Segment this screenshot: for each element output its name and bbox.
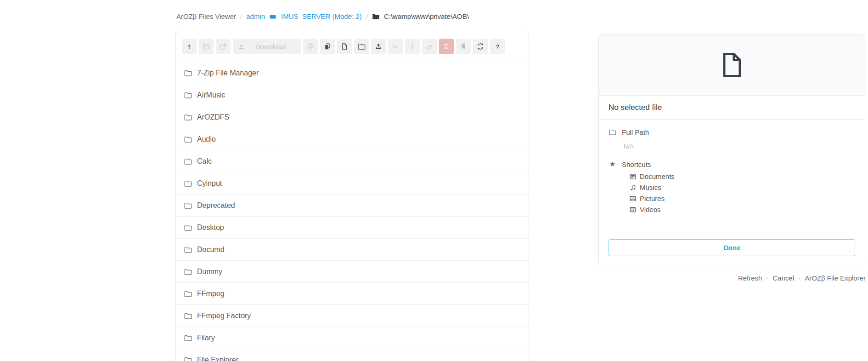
breadcrumb-separator: / xyxy=(366,12,368,20)
file-name: ArOZDFS xyxy=(197,113,229,121)
folder-icon xyxy=(184,313,192,319)
folder-icon xyxy=(184,357,192,361)
file-list-item[interactable]: FFmpeg xyxy=(176,283,529,305)
dot-separator: · xyxy=(766,274,768,282)
cancel-link[interactable]: Cancel xyxy=(772,274,794,282)
new-file-button[interactable] xyxy=(337,39,352,54)
file-list-item[interactable]: Deprecated xyxy=(176,195,529,217)
file-list-item[interactable]: Audio xyxy=(176,128,529,150)
file-name: Filary xyxy=(197,334,215,342)
delete-button[interactable] xyxy=(439,39,454,54)
shortcut-musics[interactable]: Musics xyxy=(630,183,855,191)
file-list-item[interactable]: FFmpeg Factory xyxy=(176,305,529,327)
folder-icon xyxy=(184,70,192,76)
documents-icon xyxy=(630,173,636,180)
file-name: Audio xyxy=(197,135,216,143)
current-path: C:\wamp\www\private\AOB\ xyxy=(384,12,469,20)
rename-button[interactable] xyxy=(405,39,420,54)
toolbar: Download xyxy=(176,31,529,62)
new-file-icon xyxy=(341,43,348,50)
folder-icon xyxy=(184,202,192,209)
arrow-up-icon xyxy=(186,43,193,50)
navigate-up-button[interactable] xyxy=(182,39,197,54)
trash-icon xyxy=(443,43,450,50)
file-name: 7-Zip File Manager xyxy=(197,69,259,77)
file-list-item[interactable]: Dummy xyxy=(176,261,529,283)
full-path-row: Full Path xyxy=(609,128,855,136)
shortcut-documents[interactable]: Documents xyxy=(630,172,855,180)
shortcut-pictures[interactable]: Pictures xyxy=(630,195,855,202)
shortcuts-label: Shortcuts xyxy=(622,160,651,168)
breadcrumb-separator: / xyxy=(240,12,242,20)
cut-button[interactable]: ✂ xyxy=(388,39,403,54)
folder-icon xyxy=(184,180,192,187)
paste-button[interactable] xyxy=(320,39,335,54)
paste-files-icon xyxy=(324,43,331,50)
file-details-panel: No selected file Full Path N/A ★ Shortcu… xyxy=(598,34,865,265)
file-list-item[interactable]: 7-Zip File Manager xyxy=(176,62,529,84)
download-button[interactable]: Download xyxy=(233,39,301,54)
folder-icon xyxy=(372,13,380,20)
file-list-item[interactable]: Documd xyxy=(176,239,529,261)
file-list-item[interactable]: Calc xyxy=(176,150,529,172)
file-name: File Explorer xyxy=(197,356,238,361)
music-note-icon xyxy=(630,184,636,191)
cloud-icon xyxy=(269,13,277,19)
download-icon xyxy=(237,43,245,50)
file-list-item[interactable]: File Explorer xyxy=(176,349,529,361)
scissors-icon: ✂ xyxy=(393,43,399,50)
file-list-item[interactable]: ArOZDFS xyxy=(176,106,529,128)
done-button[interactable]: Done xyxy=(609,239,855,256)
file-details-content: Full Path N/A ★ Shortcuts Documents xyxy=(599,120,865,232)
file-name: Desktop xyxy=(197,223,224,232)
clone-button[interactable] xyxy=(303,39,318,54)
file-explorer-link[interactable]: ArOZβ File Explorer xyxy=(805,274,866,282)
breadcrumb: ArOZβ Files Viewer / admin IMUS_SERVER (… xyxy=(176,12,469,20)
file-list-item[interactable]: AirMusic xyxy=(176,84,529,106)
move-button[interactable]: ⇄ xyxy=(422,39,437,54)
help-button[interactable]: ? xyxy=(490,39,505,54)
done-button-area: Done xyxy=(599,232,865,265)
app-title: ArOZβ Files Viewer xyxy=(176,12,236,20)
folder-icon xyxy=(184,246,192,253)
folder-open-icon xyxy=(203,43,210,50)
shortcut-videos[interactable]: Videos xyxy=(630,206,855,213)
file-name: FFmpeg xyxy=(197,290,225,298)
full-path-value: N/A xyxy=(624,143,855,150)
open-external-button[interactable] xyxy=(216,39,231,54)
shortcut-label: Musics xyxy=(640,183,661,191)
shortcut-list: Documents Musics xyxy=(630,172,855,213)
new-folder-icon xyxy=(358,43,366,50)
open-folder-button[interactable] xyxy=(199,39,214,54)
full-path-label: Full Path xyxy=(622,128,649,136)
file-list-item[interactable]: Desktop xyxy=(176,217,529,239)
picture-icon xyxy=(630,195,636,202)
new-folder-button[interactable] xyxy=(354,39,369,54)
server-link[interactable]: IMUS_SERVER (Mode: 2) xyxy=(281,12,362,20)
file-list-panel: Download xyxy=(175,31,529,361)
upload-icon xyxy=(375,43,382,50)
swap-arrows-icon: ⇄ xyxy=(427,43,433,50)
folder-icon xyxy=(184,291,192,297)
dot-separator: · xyxy=(798,274,800,282)
file-name: Documd xyxy=(197,246,225,254)
folder-icon xyxy=(184,269,192,275)
file-name: Cyinput xyxy=(197,179,222,188)
file-list-item[interactable]: Filary xyxy=(176,327,529,349)
folder-icon xyxy=(184,92,192,98)
file-name: FFmpeg Factory xyxy=(197,312,251,320)
user-link[interactable]: admin xyxy=(246,12,265,20)
file-name: Calc xyxy=(197,157,212,166)
shortcut-label: Pictures xyxy=(640,195,665,202)
upload-button[interactable] xyxy=(371,39,386,54)
refresh-link[interactable]: Refresh xyxy=(738,274,762,282)
shortcuts-row: ★ Shortcuts xyxy=(609,160,855,168)
file-list-item[interactable]: Cyinput xyxy=(176,172,529,195)
bookmark-button[interactable] xyxy=(456,39,471,54)
folder-icon xyxy=(609,129,616,135)
refresh-button[interactable] xyxy=(473,39,488,54)
folder-icon xyxy=(184,224,192,231)
folder-icon xyxy=(184,158,192,165)
shortcut-label: Documents xyxy=(640,172,675,180)
selection-status: No selected file xyxy=(599,96,865,120)
